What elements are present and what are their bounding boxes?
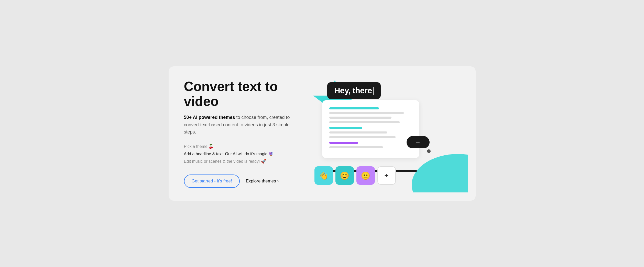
- get-started-button[interactable]: Get started - it's free!: [184, 174, 240, 188]
- hey-label: Hey, there: [327, 82, 381, 99]
- emoji-tile-face[interactable]: 😐: [356, 166, 375, 185]
- doc-line-4: [329, 121, 400, 123]
- step-1: Pick a theme 🍒: [184, 143, 291, 150]
- doc-line-5: [329, 127, 363, 129]
- doc-line-1: [329, 107, 379, 109]
- dot-handle: [427, 149, 431, 153]
- steps-list: Pick a theme 🍒 Add a headline & text. Ou…: [184, 143, 291, 165]
- wave-decoration: [412, 151, 468, 192]
- doc-line-2: [329, 112, 404, 114]
- emoji-tiles: 👋 😊 😐 +: [314, 166, 396, 185]
- doc-line-6: [329, 131, 387, 134]
- emoji-tile-add[interactable]: +: [377, 166, 396, 185]
- left-content: Convert text to video 50+ AI powered the…: [184, 79, 291, 188]
- subtitle: 50+ AI powered themes to choose from, cr…: [184, 114, 291, 136]
- actions: Get started - it's free! Explore themes …: [184, 174, 291, 188]
- subtitle-bold: 50+ AI powered themes: [184, 115, 235, 120]
- explore-themes-button[interactable]: Explore themes ›: [246, 179, 279, 184]
- doc-line-7: [329, 136, 396, 138]
- emoji-tile-smile[interactable]: 😊: [335, 166, 354, 185]
- main-card: Convert text to video 50+ AI powered the…: [169, 66, 476, 200]
- step-3: Edit music or scenes & the video is read…: [184, 158, 291, 165]
- doc-line-9: [329, 146, 383, 148]
- emoji-tile-wave[interactable]: 👋: [314, 166, 333, 185]
- cursor: [373, 87, 374, 95]
- doc-line-8: [329, 142, 358, 144]
- right-illustration: Hey, there → 👋 😊 😐 +: [291, 80, 460, 187]
- arrow-button[interactable]: →: [407, 136, 430, 148]
- doc-line-3: [329, 117, 391, 119]
- main-title: Convert text to video: [184, 79, 291, 108]
- document-card: [322, 100, 419, 158]
- step-2: Add a headline & text. Our AI will do it…: [184, 150, 291, 158]
- svg-point-1: [412, 154, 468, 192]
